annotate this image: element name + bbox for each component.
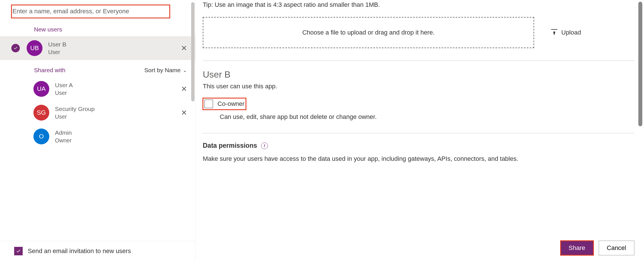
- sort-by-label: Sort by Name: [144, 67, 181, 74]
- upload-icon: [551, 29, 557, 36]
- avatar: SG: [33, 105, 49, 121]
- user-name: Admin: [55, 129, 72, 136]
- shared-user-row[interactable]: O Admin Owner: [0, 125, 195, 148]
- coowner-option[interactable]: Co-owner: [203, 98, 246, 110]
- shared-with-header: Shared with: [34, 67, 65, 74]
- info-icon[interactable]: i: [261, 142, 268, 149]
- chevron-down-icon: ⌄: [183, 68, 187, 73]
- data-permissions-heading: Data permissions: [203, 142, 257, 149]
- email-invite-label: Send an email invitation to new users: [28, 247, 131, 255]
- email-invite-checkbox[interactable]: [14, 247, 23, 255]
- user-name: Security Group: [55, 106, 95, 112]
- detail-user-subtitle: This user can use this app.: [203, 83, 634, 90]
- email-invite-option[interactable]: Send an email invitation to new users: [0, 241, 195, 261]
- upload-button[interactable]: Upload: [551, 29, 581, 36]
- remove-user-icon[interactable]: ✕: [180, 44, 188, 53]
- user-role: User: [55, 114, 95, 120]
- detail-user-name: User B: [203, 69, 634, 80]
- upload-tip: Tip: Use an image that is 4:3 aspect rat…: [203, 1, 634, 8]
- avatar: UB: [27, 40, 42, 56]
- user-name: User B: [48, 41, 66, 48]
- remove-user-icon[interactable]: ✕: [180, 108, 188, 117]
- new-users-header: New users: [0, 18, 195, 36]
- coowner-description: Can use, edit, share app but not delete …: [220, 113, 634, 121]
- coowner-checkbox[interactable]: [204, 100, 213, 108]
- sort-by-dropdown[interactable]: Sort by Name ⌄: [144, 67, 187, 74]
- user-role: User: [48, 49, 66, 55]
- data-permissions-text: Make sure your users have access to the …: [203, 155, 634, 162]
- user-role: User: [55, 90, 73, 96]
- share-left-panel: New users UB User B User ✕ Shared with S…: [0, 0, 195, 261]
- new-user-row[interactable]: UB User B User ✕: [0, 36, 195, 60]
- share-button[interactable]: Share: [560, 241, 594, 255]
- people-search-input[interactable]: [11, 5, 170, 18]
- shared-user-row[interactable]: UA User A User ✕: [0, 77, 195, 101]
- upload-button-label: Upload: [561, 29, 581, 36]
- remove-user-icon[interactable]: ✕: [180, 85, 188, 93]
- scrollbar[interactable]: [638, 2, 642, 126]
- scrollbar[interactable]: [191, 2, 195, 101]
- avatar: UA: [33, 81, 49, 97]
- share-right-panel: Tip: Use an image that is 4:3 aspect rat…: [195, 0, 644, 261]
- avatar: O: [33, 129, 49, 144]
- selected-check-icon: [11, 44, 20, 52]
- upload-dropzone[interactable]: Choose a file to upload or drag and drop…: [203, 17, 534, 48]
- shared-user-row[interactable]: SG Security Group User ✕: [0, 101, 195, 125]
- user-role: Owner: [55, 137, 72, 144]
- cancel-button[interactable]: Cancel: [599, 241, 634, 255]
- user-name: User A: [55, 82, 73, 89]
- coowner-label: Co-owner: [217, 100, 244, 108]
